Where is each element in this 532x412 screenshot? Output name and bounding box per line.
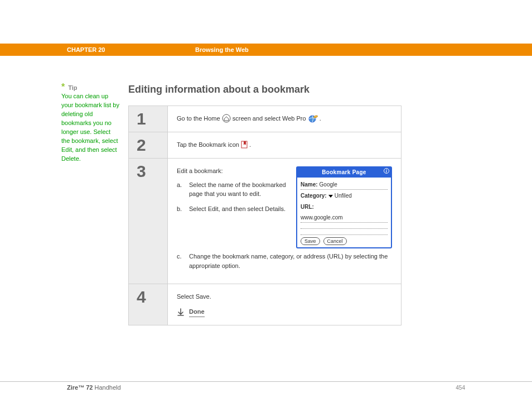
step-body: Edit a bookmark: a. Select the name of t… xyxy=(168,159,401,284)
header-bar: CHAPTER 20 Browsing the Web xyxy=(0,44,532,56)
step-number: 3 xyxy=(129,159,168,284)
header-chapter: CHAPTER 20 xyxy=(67,46,195,53)
save-button[interactable]: Save xyxy=(301,237,320,245)
step-text: . xyxy=(320,115,321,122)
info-icon[interactable]: i xyxy=(384,168,389,174)
substep-text: Select the name of the bookmarked page t… xyxy=(189,180,288,199)
substep-text: Change the bookmark name, category, or a… xyxy=(189,252,392,270)
step-row: 3 Edit a bookmark: a. Select the name of… xyxy=(129,159,401,284)
step-number: 2 xyxy=(129,132,168,158)
footer-suffix: Handheld xyxy=(93,384,120,391)
page-number: 454 xyxy=(456,385,465,391)
name-value: Google xyxy=(320,180,337,189)
substep: c. Change the bookmark name, category, o… xyxy=(177,252,392,270)
step-body: Select Save. Done xyxy=(168,284,401,325)
step-text: Go to the Home xyxy=(177,115,222,122)
dialog-blank-line xyxy=(301,230,388,235)
footer-model: Zire™ 72 Handheld xyxy=(67,384,121,391)
step-number: 1 xyxy=(129,106,168,132)
dialog-blank-line xyxy=(301,224,388,229)
dialog-title: Bookmark Page xyxy=(322,169,366,175)
step-row: 2 Tap the Bookmark icon . xyxy=(129,132,401,159)
dialog-title-bar: Bookmark Page i xyxy=(297,167,391,178)
done-row: Done xyxy=(177,307,392,318)
bookmark-dialog: Bookmark Page i Name: Google Ca xyxy=(296,166,392,248)
done-label: Done xyxy=(189,307,205,318)
category-label: Category: xyxy=(301,191,327,200)
substep: a. Select the name of the bookmarked pag… xyxy=(177,180,288,199)
name-label: Name: xyxy=(301,180,318,189)
step-text: Select Save. xyxy=(177,292,392,301)
step-text: screen and select Web Pro xyxy=(233,115,308,122)
sidebar-tip: * Tip You can clean up your bookmark lis… xyxy=(0,84,128,325)
cancel-button[interactable]: Cancel xyxy=(323,237,347,245)
dialog-url-label-row: URL: xyxy=(301,202,388,212)
substep-text: Select Edit, and then select Details. xyxy=(189,204,286,214)
dialog-name-row[interactable]: Name: Google xyxy=(301,180,388,190)
substep-label: c. xyxy=(177,252,185,270)
steps-container: 1 Go to the Home screen and select Web P… xyxy=(128,106,402,325)
step-intro: Edit a bookmark: xyxy=(177,166,288,176)
category-value: Unfiled xyxy=(335,191,352,200)
url-value: www.google.com xyxy=(301,213,343,222)
step-text: . xyxy=(249,141,251,148)
step-row: 1 Go to the Home screen and select Web P… xyxy=(129,106,401,132)
svg-point-0 xyxy=(223,114,230,122)
dropdown-icon[interactable] xyxy=(328,195,333,198)
down-arrow-icon xyxy=(177,308,185,316)
svg-point-2 xyxy=(313,115,318,118)
footer: Zire™ 72 Handheld 454 xyxy=(0,381,532,391)
tip-body: You can clean up your bookmark list by d… xyxy=(61,92,120,164)
tip-label: Tip xyxy=(68,84,77,91)
substep: b. Select Edit, and then select Details. xyxy=(177,204,288,214)
dialog-url-row[interactable]: www.google.com xyxy=(301,213,388,223)
asterisk-icon: * xyxy=(61,84,65,90)
substep-label: b. xyxy=(177,204,185,214)
step-row: 4 Select Save. Done xyxy=(129,284,401,325)
step-number: 4 xyxy=(129,284,168,325)
home-icon xyxy=(222,114,231,123)
section-title: Editing information about a bookmark xyxy=(128,84,402,95)
step-body: Tap the Bookmark icon . xyxy=(168,132,401,158)
bookmark-icon xyxy=(241,141,248,148)
url-label: URL: xyxy=(301,203,314,211)
header-section: Browsing the Web xyxy=(195,46,249,53)
globe-icon xyxy=(308,114,318,123)
dialog-category-row[interactable]: Category: Unfiled xyxy=(301,191,388,200)
substep-label: a. xyxy=(177,180,185,199)
step-body: Go to the Home screen and select Web Pro… xyxy=(168,106,401,132)
footer-brand: Zire™ 72 xyxy=(67,384,93,391)
step-text: Tap the Bookmark icon xyxy=(177,141,241,148)
